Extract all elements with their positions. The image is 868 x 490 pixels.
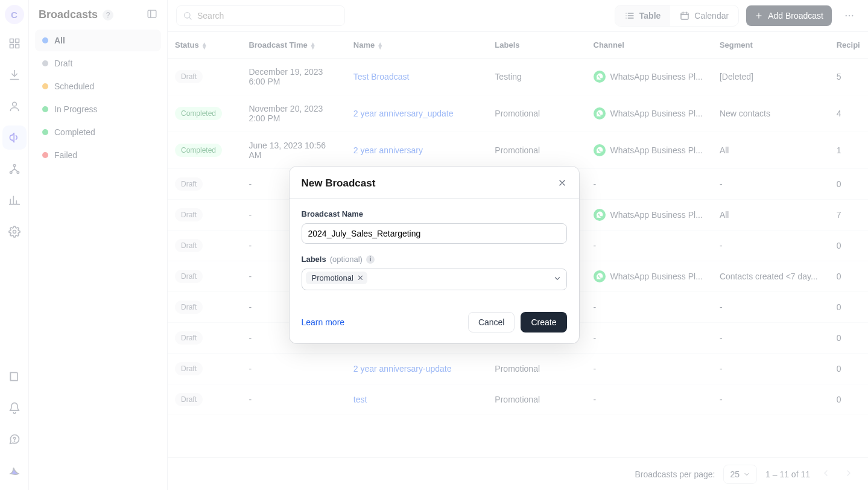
- learn-more-link[interactable]: Learn more: [302, 317, 345, 327]
- broadcast-name-label: Broadcast Name: [302, 209, 567, 218]
- labels-label: Labels: [302, 255, 326, 264]
- close-icon: [557, 178, 567, 188]
- broadcast-name-input[interactable]: [302, 223, 567, 244]
- labels-select[interactable]: Promotional✕: [302, 269, 567, 290]
- new-broadcast-modal: New Broadcast Broadcast Name Labels (opt…: [290, 167, 579, 343]
- chevron-down-icon: [553, 275, 562, 283]
- label-tag: Promotional✕: [306, 272, 367, 284]
- labels-optional: (optional): [330, 255, 363, 264]
- modal-title: New Broadcast: [302, 177, 376, 189]
- create-button[interactable]: Create: [521, 312, 566, 332]
- modal-close-button[interactable]: [557, 178, 567, 189]
- modal-overlay: New Broadcast Broadcast Name Labels (opt…: [0, 0, 868, 490]
- remove-tag-icon[interactable]: ✕: [357, 274, 364, 282]
- info-icon[interactable]: i: [366, 255, 375, 264]
- cancel-button[interactable]: Cancel: [468, 312, 515, 332]
